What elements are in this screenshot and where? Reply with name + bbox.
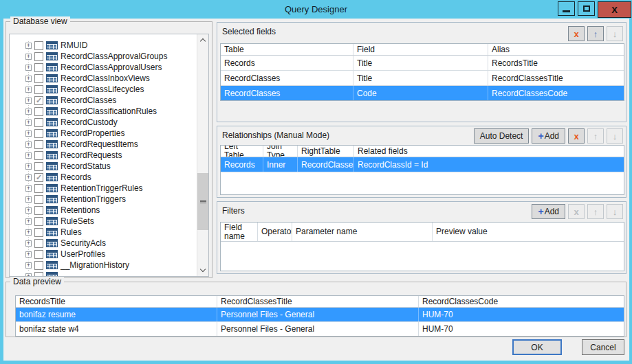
tree-item[interactable]: + — [10, 271, 197, 276]
expand-icon[interactable]: + — [25, 130, 32, 137]
column-header[interactable]: Field name — [221, 223, 258, 241]
tree-item[interactable]: +RecordClassLifecycles — [10, 84, 197, 95]
tree-checkbox[interactable] — [34, 184, 43, 193]
tree-checkbox[interactable] — [34, 129, 43, 138]
expand-icon[interactable]: + — [25, 109, 32, 115]
table-row[interactable]: bonifaz resumePersonnel Files - GeneralH… — [16, 308, 624, 322]
scroll-up-button[interactable] — [197, 34, 208, 46]
expand-icon[interactable]: + — [25, 65, 32, 71]
tree-item[interactable]: +RecordProperties — [10, 128, 197, 139]
column-header[interactable]: Operator — [258, 223, 292, 241]
expand-icon[interactable]: + — [25, 174, 32, 181]
move-relationship-up-button[interactable]: ↑ — [587, 128, 604, 144]
tree-checkbox[interactable] — [34, 107, 43, 116]
tree-checkbox[interactable] — [34, 228, 43, 237]
column-header[interactable]: Preview value — [433, 223, 624, 241]
expand-icon[interactable]: + — [25, 185, 32, 192]
table-row[interactable]: RecordsInnerRecordClassesRecordClassId =… — [221, 157, 624, 172]
tree-checkbox[interactable] — [34, 52, 43, 61]
column-header[interactable]: Alias — [488, 44, 624, 55]
expand-icon[interactable]: + — [25, 229, 32, 236]
tree-scrollbar[interactable] — [197, 34, 208, 276]
tree-item[interactable]: +✓RecordClasses — [10, 95, 197, 106]
expand-icon[interactable]: + — [25, 251, 32, 258]
tree-item[interactable]: +RecordCustody — [10, 117, 197, 128]
titlebar[interactable]: Query Designer X — [0, 0, 632, 19]
move-field-up-button[interactable]: ↑ — [587, 26, 604, 41]
column-header[interactable]: Left Table — [221, 146, 263, 157]
tree-checkbox[interactable] — [34, 162, 43, 171]
column-header[interactable]: RecordClassesCode — [419, 296, 624, 307]
tree-item[interactable]: +SecurityAcls — [10, 238, 197, 249]
tree-item[interactable]: +Retentions — [10, 205, 197, 216]
tree-checkbox[interactable]: ✓ — [34, 173, 43, 182]
tree-item[interactable]: +RMUID — [10, 40, 197, 51]
minimize-button[interactable] — [558, 1, 575, 16]
tree-checkbox[interactable] — [34, 272, 43, 277]
table-row[interactable]: RecordClassesTitleRecordClassesTitle — [221, 71, 624, 86]
column-header[interactable]: Related fields — [354, 146, 624, 157]
column-header[interactable]: Join Type — [263, 146, 298, 157]
tree-checkbox[interactable] — [34, 217, 43, 226]
table-row[interactable]: RecordClassesCodeRecordClassesCode — [221, 86, 624, 101]
expand-icon[interactable]: + — [25, 207, 32, 214]
tree-checkbox[interactable] — [34, 41, 43, 50]
expand-icon[interactable]: + — [25, 54, 32, 60]
tree-checkbox[interactable] — [34, 239, 43, 248]
expand-icon[interactable]: + — [25, 262, 32, 269]
ok-button[interactable]: OK — [512, 339, 562, 355]
expand-icon[interactable]: + — [25, 43, 32, 49]
tree-checkbox[interactable]: ✓ — [34, 96, 43, 105]
tree-item[interactable]: +RecordRequestItems — [10, 139, 197, 150]
expand-icon[interactable]: + — [25, 141, 32, 148]
tree-item[interactable]: +RetentionTriggers — [10, 194, 197, 205]
tree-item[interactable]: +✓Records — [10, 172, 197, 183]
expand-icon[interactable]: + — [25, 240, 32, 247]
tree-item[interactable]: +RecordClassApprovalUsers — [10, 62, 197, 73]
expand-icon[interactable]: + — [25, 163, 32, 170]
delete-filter-button[interactable]: x — [568, 204, 585, 219]
add-relationship-button[interactable]: +Add — [532, 128, 565, 144]
tree-item[interactable]: +RecordClassificationRules — [10, 106, 197, 117]
tree-checkbox[interactable] — [34, 74, 43, 83]
move-field-down-button[interactable]: ↓ — [607, 26, 623, 41]
tree-item[interactable]: +RecordClassInboxViews — [10, 73, 197, 84]
tree-checkbox[interactable] — [34, 206, 43, 215]
close-button[interactable]: X — [598, 1, 631, 18]
tree-checkbox[interactable] — [34, 140, 43, 149]
tree-item[interactable]: +UserProfiles — [10, 249, 197, 260]
column-header[interactable]: Table — [221, 44, 353, 55]
scroll-down-button[interactable] — [197, 264, 208, 276]
tree-item[interactable]: +Rules — [10, 227, 197, 238]
expand-icon[interactable]: + — [25, 152, 32, 159]
tree-checkbox[interactable] — [34, 63, 43, 72]
expand-icon[interactable]: + — [25, 120, 32, 126]
tree-item[interactable]: +RecordRequests — [10, 150, 197, 161]
expand-icon[interactable]: + — [25, 273, 32, 277]
delete-field-button[interactable]: x — [568, 26, 585, 41]
move-filter-down-button[interactable]: ↓ — [607, 204, 623, 219]
maximize-button[interactable] — [578, 1, 595, 16]
tree-checkbox[interactable] — [34, 118, 43, 127]
tree-item[interactable]: +RecordClassApprovalGroups — [10, 51, 197, 62]
tree-item[interactable]: +__MigrationHistory — [10, 260, 197, 271]
tree-checkbox[interactable] — [34, 85, 43, 94]
column-header[interactable]: Field — [353, 44, 488, 55]
move-relationship-down-button[interactable]: ↓ — [607, 128, 623, 144]
add-filter-button[interactable]: +Add — [532, 204, 565, 219]
tree-item[interactable]: +RetentionTriggerRules — [10, 183, 197, 194]
expand-icon[interactable]: + — [25, 196, 32, 203]
expand-icon[interactable]: + — [25, 87, 32, 93]
table-row[interactable]: RecordsTitleRecordsTitle — [221, 56, 624, 71]
tree-checkbox[interactable] — [34, 195, 43, 204]
tree-checkbox[interactable] — [34, 261, 43, 270]
table-row[interactable]: bonifaz state w4Personnel Files - Genera… — [16, 322, 624, 337]
delete-relationship-button[interactable]: x — [568, 128, 585, 144]
column-header[interactable]: RecordClassesTitle — [217, 296, 419, 307]
cancel-button[interactable]: Cancel — [582, 339, 624, 355]
scroll-thumb[interactable] — [197, 173, 208, 230]
column-header[interactable]: RecordsTitle — [16, 296, 217, 307]
expand-icon[interactable]: + — [25, 98, 32, 104]
expand-icon[interactable]: + — [25, 218, 32, 225]
auto-detect-button[interactable]: Auto Detect — [474, 128, 530, 144]
